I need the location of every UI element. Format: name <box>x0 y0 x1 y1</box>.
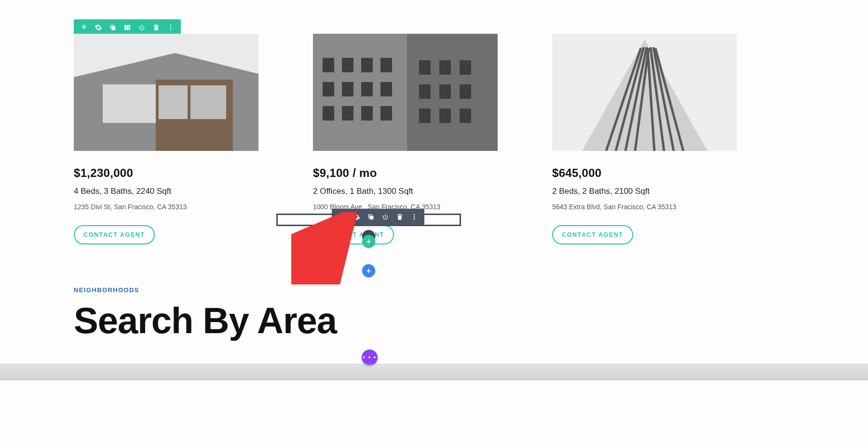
contact-agent-button[interactable]: CONTACT AGENT <box>74 225 155 244</box>
gear-icon[interactable] <box>351 212 362 222</box>
plus-icon: + <box>366 238 371 245</box>
svg-rect-26 <box>460 60 471 75</box>
add-section-button[interactable]: + <box>362 264 375 277</box>
svg-rect-17 <box>342 82 353 96</box>
section-toolbar[interactable] <box>74 19 181 36</box>
trash-icon[interactable] <box>394 212 405 222</box>
power-icon[interactable] <box>380 212 391 222</box>
svg-rect-23 <box>380 106 392 121</box>
add-module-button[interactable]: + <box>362 235 375 248</box>
svg-point-0 <box>170 25 172 26</box>
duplicate-icon[interactable] <box>108 22 118 33</box>
gear-icon[interactable] <box>93 22 104 33</box>
svg-rect-31 <box>439 108 451 123</box>
svg-rect-19 <box>380 82 392 96</box>
contact-agent-button[interactable]: CONTACT AGENT <box>313 225 394 244</box>
svg-rect-6 <box>103 84 156 123</box>
svg-point-44 <box>414 216 415 218</box>
move-icon[interactable] <box>79 22 89 33</box>
listing-card: $645,000 2 Beds, 2 Baths, 2100 Sqft 5643… <box>552 34 737 244</box>
duplicate-icon[interactable] <box>366 212 376 222</box>
svg-rect-30 <box>419 108 431 123</box>
section-title: Search By Area <box>74 301 337 340</box>
svg-rect-14 <box>361 58 373 72</box>
plus-icon: + <box>366 267 371 275</box>
listing-image <box>552 34 737 151</box>
svg-rect-27 <box>419 84 431 99</box>
svg-rect-16 <box>323 82 334 96</box>
svg-point-45 <box>414 218 415 220</box>
next-section-preview <box>0 364 868 380</box>
listing-specs: 2 Beds, 2 Baths, 2100 Sqft <box>552 187 737 196</box>
listing-specs: 4 Beds, 3 Baths, 2240 Sqft <box>74 187 258 196</box>
svg-rect-29 <box>460 84 471 99</box>
kebab-icon[interactable] <box>409 212 420 222</box>
svg-rect-32 <box>460 108 471 123</box>
svg-rect-8 <box>190 85 226 119</box>
listing-card: $1,230,000 4 Beds, 3 Baths, 2240 Sqft 12… <box>74 34 258 244</box>
listing-price: $645,000 <box>552 166 737 180</box>
svg-point-2 <box>170 29 172 30</box>
svg-rect-20 <box>323 106 334 121</box>
contact-agent-button[interactable]: CONTACT AGENT <box>552 225 633 244</box>
move-icon[interactable] <box>337 212 347 222</box>
listing-specs: 2 Offices, 1 Bath, 1300 Sqft <box>313 187 498 196</box>
listing-price: $1,230,000 <box>74 166 258 180</box>
kebab-icon[interactable] <box>165 22 176 33</box>
svg-rect-24 <box>419 60 431 75</box>
listing-image <box>313 34 498 151</box>
trash-icon[interactable] <box>151 22 162 33</box>
power-icon[interactable] <box>136 22 147 33</box>
listing-address: 5643 Extra Blvd, San Fracisco, CA 35313 <box>552 203 737 211</box>
svg-point-1 <box>170 27 172 28</box>
columns-icon[interactable] <box>122 22 133 33</box>
listing-price: $9,100 / mo <box>313 166 498 180</box>
svg-point-43 <box>414 214 415 216</box>
section-eyebrow: NEIGHBORHOODS <box>74 286 139 294</box>
module-toolbar[interactable] <box>332 209 424 225</box>
svg-rect-21 <box>342 106 353 121</box>
dots-icon: • • • <box>363 354 376 361</box>
listing-image <box>74 34 258 151</box>
svg-rect-25 <box>439 60 451 75</box>
svg-rect-18 <box>361 82 373 96</box>
listing-address: 1235 Divi St, San Fracisco, CA 35313 <box>74 203 258 211</box>
svg-rect-7 <box>159 85 188 119</box>
svg-rect-22 <box>361 106 373 121</box>
svg-rect-12 <box>323 58 334 72</box>
svg-rect-15 <box>380 58 392 72</box>
svg-rect-13 <box>342 58 353 72</box>
svg-rect-28 <box>439 84 451 99</box>
